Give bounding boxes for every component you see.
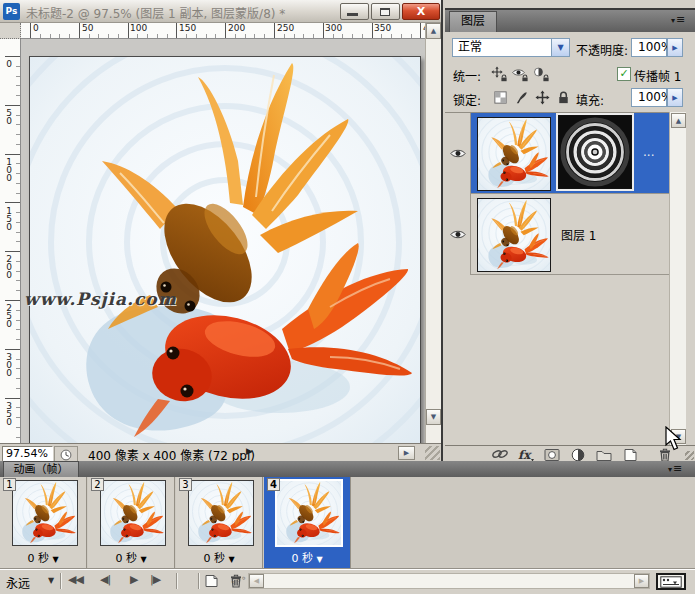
next-frame-button[interactable]: |▶ [150, 573, 160, 586]
duplicate-frame-button[interactable] [203, 574, 219, 591]
frames-horizontal-scrollbar[interactable]: ◀ ▶ [248, 573, 650, 589]
fill-slider-arrow-icon[interactable]: ▶ [667, 88, 683, 107]
minimize-button[interactable] [340, 3, 369, 20]
scroll-up-arrow-icon[interactable]: ▲ [671, 113, 686, 128]
unify-style-button[interactable] [533, 66, 550, 82]
frame-2[interactable]: 2 0 秒 ▼ [88, 477, 175, 568]
opacity-input[interactable]: 100% [631, 38, 667, 57]
chevron-down-icon[interactable]: ▼ [48, 576, 54, 585]
new-group-button[interactable] [596, 448, 614, 462]
frame-delay-dropdown[interactable]: 0 秒 ▼ [88, 549, 174, 565]
frame-delay-dropdown[interactable]: 0 秒 ▼ [264, 549, 350, 565]
layer-mask-thumbnail[interactable] [558, 115, 632, 189]
convert-to-timeline-button[interactable] [656, 573, 686, 590]
layer-style-button[interactable] [517, 448, 535, 462]
lock-icon [500, 74, 508, 82]
layers-vertical-scrollbar[interactable]: ▲ ▼ [669, 112, 686, 445]
frame-delay-value: 0 秒 [291, 552, 313, 565]
layer-name[interactable]: 图层 1 [561, 226, 596, 243]
close-button[interactable]: X [402, 3, 440, 20]
layer-thumbnail[interactable] [477, 117, 551, 191]
frame-delay-dropdown[interactable]: 0 秒 ▼ [176, 549, 262, 565]
scroll-right-arrow-icon[interactable]: ▶ [634, 574, 649, 588]
minimize-icon [347, 13, 358, 16]
lock-pixels-button[interactable] [514, 90, 531, 107]
ruler-label: 0 [33, 23, 39, 33]
new-layer-button[interactable] [622, 448, 640, 462]
layer-name[interactable]: ... [643, 145, 654, 159]
scroll-down-arrow-icon[interactable]: ▼ [426, 409, 441, 425]
ruler-tick [420, 23, 421, 38]
canvas-image[interactable]: www.Psjia.com [29, 56, 421, 443]
document-title: 未标题-2 @ 97.5% (图层 1 副本, 图层蒙版/8) * [26, 4, 285, 21]
window-resize-grip[interactable] [425, 446, 440, 460]
unify-position-button[interactable] [491, 66, 508, 82]
frame-thumbnail[interactable] [100, 480, 166, 546]
ruler-origin-box[interactable] [0, 23, 21, 39]
frame-delay-dropdown[interactable]: 0 秒 ▼ [0, 549, 86, 565]
divider [198, 573, 200, 589]
delete-frame-button[interactable] [228, 574, 244, 591]
opacity-slider-arrow-icon[interactable]: ▶ [667, 38, 683, 57]
scroll-left-arrow-icon[interactable]: ◀ [249, 574, 264, 588]
maximize-button[interactable] [371, 3, 400, 20]
ruler-tick [128, 23, 129, 38]
loop-count-dropdown[interactable]: 永远 [6, 574, 30, 591]
animation-panel-header: 动画（帧） ≡ [0, 461, 695, 477]
frame-1[interactable]: 1 0 秒 ▼ [0, 477, 87, 568]
layers-panel-header: 图层 ≡ [445, 10, 695, 32]
scroll-up-arrow-icon[interactable]: ▲ [426, 23, 441, 39]
eye-icon [450, 229, 466, 240]
propagate-frame-checkbox[interactable]: ✓ [617, 67, 631, 81]
first-frame-button[interactable]: ◀◀ [68, 573, 83, 586]
layer-visibility-toggle[interactable] [445, 113, 471, 194]
add-layer-mask-button[interactable] [544, 448, 562, 462]
frame-thumbnail[interactable] [12, 480, 78, 546]
ruler-tick [5, 56, 20, 57]
status-flyout-arrow-icon[interactable]: ▶ [246, 446, 253, 456]
previous-frame-button[interactable]: ◀| [100, 573, 110, 586]
fx-icon [517, 448, 535, 462]
new-layer-icon [622, 448, 638, 462]
folder-icon [596, 448, 612, 462]
document-vertical-scrollbar[interactable]: ▲ ▼ [425, 23, 441, 443]
lock-transparency-button[interactable] [493, 90, 510, 107]
layer-row-selected[interactable]: ... [445, 113, 669, 194]
ruler-tick [5, 251, 20, 252]
play-button[interactable]: ▶ [130, 573, 137, 586]
frame-thumbnail[interactable] [188, 480, 254, 546]
horizontal-ruler: 0 50 100 150 200 250 300 350 40 [21, 23, 425, 39]
panel-resize-grip[interactable] [685, 451, 694, 460]
canvas-viewport[interactable]: www.Psjia.com [21, 39, 425, 443]
layer-visibility-toggle[interactable] [445, 194, 471, 275]
zoom-percentage-input[interactable]: 97.54% [2, 446, 53, 462]
scroll-right-arrow-icon[interactable]: ▶ [398, 446, 415, 460]
lock-all-button[interactable] [556, 90, 573, 107]
frame-4-selected[interactable]: 4 0 秒 ▼ [264, 477, 351, 568]
ruler-tick [5, 105, 20, 106]
panel-menu-icon[interactable]: ≡ [671, 15, 685, 26]
layer-row[interactable]: 图层 1 [445, 194, 669, 275]
lock-icon [542, 74, 550, 82]
panel-menu-icon[interactable]: ≡ [668, 464, 682, 475]
goldfish-thumbnail [478, 199, 550, 271]
unify-visibility-button[interactable] [512, 66, 529, 82]
blend-mode-dropdown[interactable]: 正常 ▼ [452, 38, 570, 57]
lock-position-button[interactable] [535, 90, 552, 107]
adjustment-layer-button[interactable] [570, 448, 588, 462]
frame-3[interactable]: 3 0 秒 ▼ [176, 477, 263, 568]
lock-icon [556, 90, 571, 105]
layers-list: ... 图层 1 [445, 112, 669, 445]
unify-label: 统一: [453, 67, 481, 84]
frame-thumbnail[interactable] [275, 479, 343, 547]
frame-delay-value: 0 秒 [27, 552, 49, 565]
tab-animation-frames[interactable]: 动画（帧） [3, 461, 79, 477]
layer-thumbnail[interactable] [477, 198, 551, 272]
chevron-down-icon[interactable]: ▼ [551, 39, 569, 56]
lock-icon [521, 74, 529, 82]
document-titlebar[interactable]: Ps 未标题-2 @ 97.5% (图层 1 副本, 图层蒙版/8) * X [0, 0, 441, 23]
tab-layers[interactable]: 图层 [449, 11, 497, 32]
goldfish-thumbnail [189, 481, 253, 545]
link-layers-button[interactable] [491, 448, 509, 462]
fill-input[interactable]: 100% [631, 88, 667, 107]
